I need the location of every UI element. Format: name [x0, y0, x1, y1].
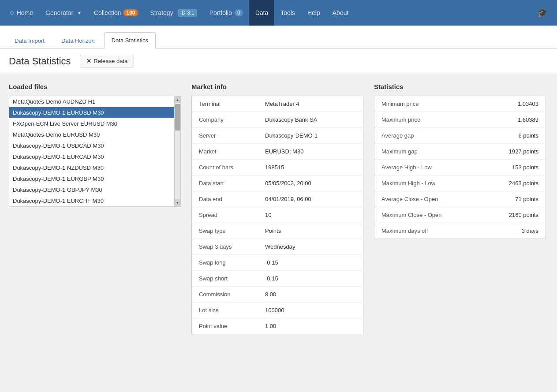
market-info-value: MetaTrader 4: [265, 101, 299, 107]
market-info-value: 1.00: [265, 323, 276, 329]
nav-home-label: Home: [17, 9, 33, 16]
market-info-row: Point value1.00: [192, 318, 363, 334]
file-list: MetaQuotes-Demo AUDNZD H1Dukascopy-DEMO-…: [9, 96, 174, 206]
nav-about[interactable]: About: [326, 0, 355, 26]
market-info-label: Swap long: [199, 259, 265, 266]
stat-label: Maximum days off: [381, 228, 494, 234]
stat-value: 2463 points: [494, 180, 538, 187]
nav-tools-label: Tools: [280, 9, 295, 16]
market-info-value: 10: [265, 212, 271, 218]
market-info-value: 198515: [265, 164, 284, 171]
market-info-row: Lot size100000: [192, 302, 363, 318]
nav-help[interactable]: Help: [301, 0, 326, 26]
file-list-item[interactable]: MetaQuotes-Demo EURUSD M30: [9, 129, 174, 140]
nav-generator[interactable]: Generator ▼: [39, 0, 88, 26]
stat-label: Average High - Low: [381, 164, 494, 171]
file-list-item[interactable]: Dukascopy-DEMO-1 USDCAD M30: [9, 140, 174, 151]
market-info-label: Market: [199, 148, 265, 155]
market-info-row: TerminalMetaTrader 4: [192, 96, 363, 112]
market-info-value: 100000: [265, 307, 284, 314]
top-navigation: ○ Home Generator ▼ Collection 100 Strate…: [0, 0, 557, 26]
nav-tools[interactable]: Tools: [274, 0, 301, 26]
file-list-item[interactable]: MetaQuotes-Demo AUDNZD H1: [9, 96, 174, 107]
statistics-row: Minimum price1.03403: [374, 96, 546, 112]
market-info-label: Company: [199, 116, 265, 123]
file-scrollbar: ▲ ▼: [174, 96, 180, 206]
market-info-value: EURUSD; M30: [265, 148, 303, 155]
statistics-row: Maximum days off3 days: [374, 223, 546, 239]
stat-label: Maximum High - Low: [381, 180, 494, 187]
market-info-row: Commission8.00: [192, 287, 363, 302]
stat-value: 6 points: [494, 132, 538, 139]
statistics-row: Maximum Close - Open2160 points: [374, 207, 546, 223]
home-icon: ○: [10, 9, 14, 17]
chevron-down-icon: ▼: [77, 11, 82, 15]
main-content: Loaded files MetaQuotes-Demo AUDNZD H1Du…: [0, 74, 557, 343]
nav-data[interactable]: Data: [249, 0, 275, 26]
market-info-row: Data start05/05/2003, 20:00: [192, 175, 363, 191]
market-info-label: Data start: [199, 180, 265, 187]
scrollbar-thumb[interactable]: [175, 104, 180, 131]
stat-value: 2160 points: [494, 212, 538, 218]
stat-value: 1.60389: [494, 116, 538, 123]
market-info-value: 05/05/2003, 20:00: [265, 180, 311, 187]
sub-navigation: Data Import Data Horizon Data Statistics: [0, 26, 557, 49]
page-title: Data Statistics: [9, 56, 71, 67]
stat-label: Minimum price: [381, 101, 494, 107]
market-info-panel: TerminalMetaTrader 4CompanyDukascopy Ban…: [191, 96, 363, 334]
market-info-row: Swap long-0.15: [192, 255, 363, 271]
market-info-label: Swap 3 days: [199, 243, 265, 250]
statistics-heading: Statistics: [374, 83, 546, 90]
market-info-value: 04/01/2019, 06:00: [265, 196, 311, 202]
market-info-value: Dukascopy Bank SA: [265, 116, 318, 123]
stat-label: Average Close - Open: [381, 196, 494, 202]
tab-data-statistics[interactable]: Data Statistics: [104, 32, 156, 49]
scroll-down-arrow[interactable]: ▼: [175, 199, 181, 206]
market-info-row: MarketEURUSD; M30: [192, 144, 363, 160]
market-info-heading: Market info: [191, 83, 363, 90]
release-data-button[interactable]: ✕ Release data: [80, 55, 135, 67]
nav-strategy[interactable]: Strategy ID 3.1: [144, 0, 203, 26]
statistics-row: Maximum gap1927 points: [374, 144, 546, 160]
nav-about-label: About: [333, 9, 349, 16]
nav-portfolio[interactable]: Portfolio 0: [203, 0, 249, 26]
stat-value: 1927 points: [494, 148, 538, 155]
market-info-row: Swap 3 daysWednesday: [192, 239, 363, 255]
statistics-row: Average Close - Open71 points: [374, 191, 546, 207]
file-list-item[interactable]: Dukascopy-DEMO-1 EURCAD M30: [9, 151, 174, 162]
nav-collection[interactable]: Collection 100: [88, 0, 144, 26]
scrollbar-track[interactable]: [175, 103, 180, 199]
file-list-item[interactable]: Dukascopy-DEMO-1 GBPJPY M30: [9, 184, 174, 195]
market-info-value: Points: [265, 228, 281, 234]
market-info-label: Swap short: [199, 275, 265, 282]
stat-value: 3 days: [494, 228, 538, 234]
file-list-item[interactable]: FXOpen-ECN Live Server EURUSD M30: [9, 118, 174, 129]
file-list-item[interactable]: Dukascopy-DEMO-1 EURUSD M30: [9, 107, 174, 118]
nav-generator-label: Generator: [45, 9, 73, 16]
stat-label: Average gap: [381, 132, 494, 139]
loaded-files-section: Loaded files MetaQuotes-Demo AUDNZD H1Du…: [9, 83, 181, 207]
tab-data-import[interactable]: Data Import: [7, 33, 52, 49]
tab-data-horizon[interactable]: Data Horizon: [54, 33, 102, 49]
statistics-row: Maximum High - Low2463 points: [374, 175, 546, 191]
stat-label: Maximum price: [381, 116, 494, 123]
nav-data-label: Data: [255, 9, 269, 16]
file-list-item[interactable]: Dukascopy-DEMO-1 EURGBP M30: [9, 173, 174, 184]
file-list-item[interactable]: Dukascopy-DEMO-1 EURCHF M30: [9, 195, 174, 206]
file-list-item[interactable]: Dukascopy-DEMO-1 NZDUSD M30: [9, 162, 174, 173]
market-info-label: Server: [199, 132, 265, 139]
loaded-files-heading: Loaded files: [9, 83, 181, 90]
nav-home[interactable]: ○ Home: [4, 0, 39, 26]
scroll-up-arrow[interactable]: ▲: [175, 96, 181, 103]
statistics-panel: Minimum price1.03403Maximum price1.60389…: [374, 96, 546, 239]
statistics-row: Average gap6 points: [374, 128, 546, 144]
market-info-row: CompanyDukascopy Bank SA: [192, 112, 363, 128]
market-info-value: Dukascopy-DEMO-1: [265, 132, 318, 139]
market-info-row: Swap typePoints: [192, 223, 363, 239]
settings-icon[interactable]: 🎓: [531, 8, 553, 18]
stat-value: 71 points: [494, 196, 538, 202]
collection-badge: 100: [123, 9, 138, 16]
nav-collection-label: Collection: [94, 9, 121, 16]
market-info-row: Spread10: [192, 207, 363, 223]
stat-value: 1.03403: [494, 101, 538, 107]
